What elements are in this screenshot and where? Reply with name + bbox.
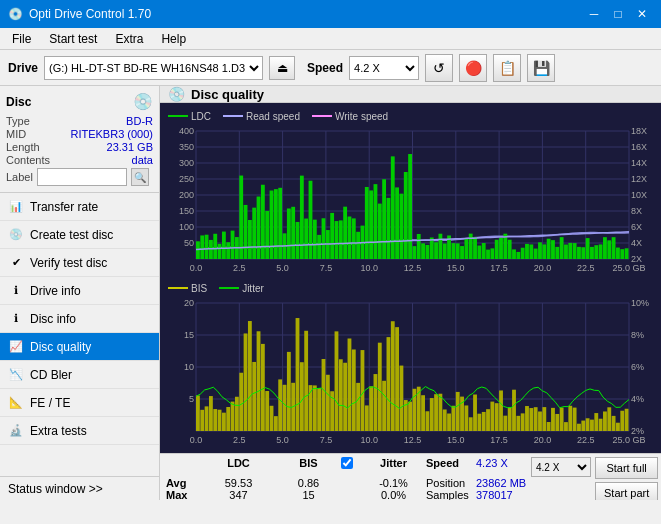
write-speed-legend: Write speed xyxy=(312,111,388,122)
sidebar-item-disc-info[interactable]: ℹ Disc info xyxy=(0,305,159,333)
sidebar-item-label: Disc info xyxy=(30,312,76,326)
disc-label-key: Label xyxy=(6,171,33,183)
avg-row: Avg 59.53 0.86 -0.1% Position 23862 MB xyxy=(166,477,591,489)
write-speed-legend-label: Write speed xyxy=(335,111,388,122)
label-input[interactable] xyxy=(37,168,127,186)
bis-legend: BIS xyxy=(168,283,207,294)
create-disc-icon: 💿 xyxy=(8,227,24,243)
jitter-legend-color xyxy=(219,287,239,289)
disc-header: Disc 💿 xyxy=(6,92,153,111)
status-window-button[interactable]: Status window >> xyxy=(0,476,159,500)
start-part-button[interactable]: Start part xyxy=(595,482,658,500)
app-title: Opti Drive Control 1.70 xyxy=(29,7,151,21)
max-label: Max xyxy=(166,489,201,500)
sidebar: Disc 💿 Type BD-R MID RITEKBR3 (000) Leng… xyxy=(0,86,160,500)
bis-max: 15 xyxy=(276,489,341,500)
minimize-button[interactable]: ─ xyxy=(583,3,605,25)
chart2-container xyxy=(164,299,657,449)
sidebar-item-cd-bler[interactable]: 📉 CD Bler xyxy=(0,361,159,389)
sidebar-item-disc-quality[interactable]: 📈 Disc quality xyxy=(0,333,159,361)
sidebar-item-verify-test-disc[interactable]: ✔ Verify test disc xyxy=(0,249,159,277)
menubar: File Start test Extra Help xyxy=(0,28,661,50)
save-button[interactable]: 💾 xyxy=(527,54,555,82)
label-search-button[interactable]: 🔍 xyxy=(131,168,149,186)
disc-header-label: Disc xyxy=(6,95,31,109)
menu-start-test[interactable]: Start test xyxy=(41,30,105,48)
disc-type-val: BD-R xyxy=(126,115,153,127)
drive-info-icon: ℹ xyxy=(8,283,24,299)
ldc-avg: 59.53 xyxy=(201,477,276,489)
chart1-container xyxy=(164,127,657,277)
chart1-legend: LDC Read speed Write speed xyxy=(164,107,657,125)
sidebar-item-drive-info[interactable]: ℹ Drive info xyxy=(0,277,159,305)
speed-select-stats[interactable]: 4.2 X xyxy=(531,457,591,477)
sidebar-item-create-test-disc[interactable]: 💿 Create test disc xyxy=(0,221,159,249)
read-speed-legend-color xyxy=(223,115,243,117)
cd-bler-icon: 📉 xyxy=(8,367,24,383)
disc-icon: 💿 xyxy=(133,92,153,111)
copy-button[interactable]: 📋 xyxy=(493,54,521,82)
disc-contents-val: data xyxy=(132,154,153,166)
jitter-legend: Jitter xyxy=(219,283,264,294)
close-button[interactable]: ✕ xyxy=(631,3,653,25)
disc-quality-icon: 📈 xyxy=(8,339,24,355)
disc-length-key: Length xyxy=(6,141,40,153)
sidebar-item-extra-tests[interactable]: 🔬 Extra tests xyxy=(0,417,159,445)
stats-table: LDC BIS Jitter Speed 4.23 X 4.2 X Avg xyxy=(166,457,591,500)
sidebar-menu: 📊 Transfer rate 💿 Create test disc ✔ Ver… xyxy=(0,193,159,476)
speed-select[interactable]: 4.2 X xyxy=(349,56,419,80)
disc-type-key: Type xyxy=(6,115,30,127)
ldc-legend-color xyxy=(168,115,188,117)
sidebar-item-label: Disc quality xyxy=(30,340,91,354)
disc-contents-row: Contents data xyxy=(6,154,153,166)
chart2-canvas xyxy=(164,299,657,449)
disc-quality-header-icon: 💿 xyxy=(168,86,185,102)
status-window-label: Status window >> xyxy=(8,482,103,496)
ldc-legend-label: LDC xyxy=(191,111,211,122)
titlebar-controls: ─ □ ✕ xyxy=(583,3,653,25)
max-row: Max 347 15 0.0% Samples 378017 xyxy=(166,489,591,500)
speed-col-header: Speed xyxy=(426,457,476,477)
sidebar-item-label: Transfer rate xyxy=(30,200,98,214)
disc-mid-val: RITEKBR3 (000) xyxy=(70,128,153,140)
jitter-max: 0.0% xyxy=(361,489,426,500)
sidebar-item-transfer-rate[interactable]: 📊 Transfer rate xyxy=(0,193,159,221)
disc-contents-key: Contents xyxy=(6,154,50,166)
stats-row: LDC BIS Jitter Speed 4.23 X 4.2 X Avg xyxy=(166,457,655,500)
disc-length-val: 23.31 GB xyxy=(107,141,153,153)
ldc-col-header: LDC xyxy=(201,457,276,477)
menu-file[interactable]: File xyxy=(4,30,39,48)
samples-label: Samples xyxy=(426,489,476,500)
drivebar: Drive (G:) HL-DT-ST BD-RE WH16NS48 1.D3 … xyxy=(0,50,661,86)
chart1-canvas xyxy=(164,127,657,277)
jitter-checkbox[interactable] xyxy=(341,457,353,469)
content-area: 💿 Disc quality LDC Read speed Write spee… xyxy=(160,86,661,500)
sidebar-item-label: CD Bler xyxy=(30,368,72,382)
read-speed-legend-label: Read speed xyxy=(246,111,300,122)
eject-button[interactable]: ⏏ xyxy=(269,56,295,80)
disc-type-row: Type BD-R xyxy=(6,115,153,127)
sidebar-item-label: Extra tests xyxy=(30,424,87,438)
jitter-checkbox-wrap xyxy=(341,457,361,477)
drive-select[interactable]: (G:) HL-DT-ST BD-RE WH16NS48 1.D3 xyxy=(44,56,263,80)
bis-col-header: BIS xyxy=(276,457,341,477)
ldc-max: 347 xyxy=(201,489,276,500)
sidebar-item-label: Create test disc xyxy=(30,228,113,242)
record-button[interactable]: 🔴 xyxy=(459,54,487,82)
menu-help[interactable]: Help xyxy=(153,30,194,48)
read-speed-legend: Read speed xyxy=(223,111,300,122)
disc-quality-title: Disc quality xyxy=(191,87,264,102)
disc-mid-row: MID RITEKBR3 (000) xyxy=(6,128,153,140)
disc-quality-header: 💿 Disc quality xyxy=(160,86,661,103)
app-icon: 💿 xyxy=(8,7,23,21)
transfer-rate-icon: 📊 xyxy=(8,199,24,215)
maximize-button[interactable]: □ xyxy=(607,3,629,25)
refresh-button[interactable]: ↺ xyxy=(425,54,453,82)
menu-extra[interactable]: Extra xyxy=(107,30,151,48)
jitter-avg-space xyxy=(341,477,361,489)
avg-label: Avg xyxy=(166,477,201,489)
sidebar-item-fe-te[interactable]: 📐 FE / TE xyxy=(0,389,159,417)
start-full-button[interactable]: Start full xyxy=(595,457,658,479)
position-label: Position xyxy=(426,477,476,489)
titlebar-title: 💿 Opti Drive Control 1.70 xyxy=(8,7,151,21)
